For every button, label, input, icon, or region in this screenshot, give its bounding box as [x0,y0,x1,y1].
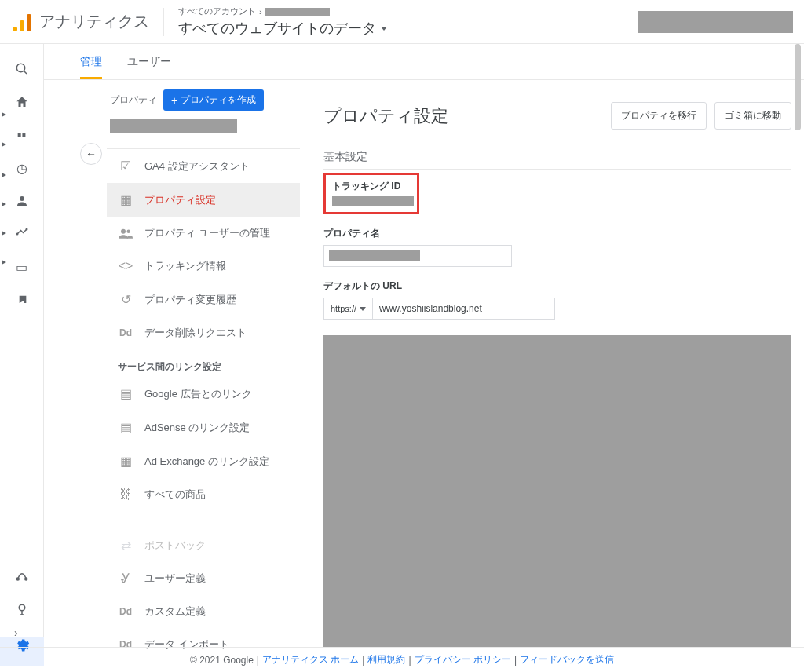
svg-point-7 [19,604,25,611]
content-area: 管理 ユーザー ← プロパティ + プロパティを作成 ☑ GA4 設定アシスタン… [44,44,804,647]
content-redacted-block [323,335,791,647]
user-info-redacted[interactable] [638,11,793,33]
footer-link-home[interactable]: アナリティクス ホーム [262,653,359,667]
layout-icon: ▦ [118,192,133,207]
search-icon[interactable] [14,61,30,77]
footer-link-terms[interactable]: 利用規約 [367,653,405,667]
dd-icon: Dd [118,327,133,338]
svg-point-11 [127,230,131,234]
svg-point-3 [16,233,18,235]
menu-property-users[interactable]: プロパティ ユーザーの管理 [107,217,300,250]
app-header: アナリティクス すべてのアカウント › すべてのウェブサイトのデータ [0,0,804,44]
menu-change-history[interactable]: ↺ プロパティ変更履歴 [107,283,300,316]
default-url-label: デフォルトの URL [323,279,791,293]
chevron-down-icon [360,307,366,311]
branch-icon: Ꮍ [118,572,133,586]
postback-icon: ⇄ [118,538,133,553]
property-heading: プロパティ [110,93,157,107]
attribution-icon[interactable] [15,568,29,597]
property-name-label: プロパティ名 [323,227,791,240]
home-icon[interactable] [14,94,30,110]
divider [163,8,164,36]
analytics-logo-icon [13,13,31,31]
tracking-id-value-redacted [332,196,414,206]
history-icon: ↺ [118,292,133,307]
left-nav-rail: ▪▪ ▸ ◷ ▸ ▸ ▸ ▭ ▸ ▸ [0,44,44,647]
all-accounts-label: すべてのアカウント [178,5,256,17]
svg-point-0 [16,64,25,72]
menu-custom-def[interactable]: Dd カスタム定義 [107,595,300,628]
menu-tracking-info[interactable]: <> トラッキング情報 [107,250,300,283]
move-to-trash-button[interactable]: ゴミ箱に移動 [714,102,791,130]
property-selector-redacted[interactable] [110,119,237,133]
menu-all-products[interactable]: ⛓ すべての商品 [107,478,300,511]
realtime-icon[interactable]: ◷ [14,160,30,176]
menu-property-settings[interactable]: ▦ プロパティ設定 [107,183,300,217]
scrollbar-thumb[interactable] [795,44,801,130]
dd-icon: Dd [118,606,133,617]
menu-user-def[interactable]: Ꮍ ユーザー定義 [107,562,300,595]
admin-tabs: 管理 ユーザー [44,44,804,80]
menu-postback[interactable]: ⇄ ポストバック [107,528,300,562]
expand-rail-button[interactable]: › [14,626,18,639]
users-icon [118,228,133,239]
svg-line-1 [24,71,27,74]
doc-icon: ▤ [118,386,133,401]
footer-link-feedback[interactable]: フィードバックを送信 [520,653,614,667]
menu-adsense-link[interactable]: ▤ AdSense のリンク設定 [107,411,300,444]
footer: © 2021 Google | アナリティクス ホーム | 利用規約 | プライ… [0,647,804,672]
svg-point-6 [25,578,27,580]
tracking-id-highlight: トラッキング ID [323,173,419,214]
svg-point-2 [20,196,24,201]
menu-delete-request[interactable]: Dd データ削除リクエスト [107,316,300,349]
svg-point-4 [26,228,27,230]
svg-point-5 [16,578,19,580]
link-icon: ⛓ [118,488,133,502]
default-url-input[interactable]: www.yoshiislandblog.net [373,298,555,320]
layout-icon: ▦ [118,454,133,469]
acquisition-icon[interactable] [14,226,30,242]
checkbox-icon: ☑ [118,159,133,173]
audience-icon[interactable] [14,193,30,209]
create-property-button[interactable]: + プロパティを作成 [163,89,264,111]
basic-settings-heading: 基本設定 [323,142,791,170]
form-area: プロパティ設定 プロパティを移行 ゴミ箱に移動 基本設定 トラッキング ID プ… [323,80,804,647]
property-name-input[interactable] [323,245,512,267]
tab-users[interactable]: ユーザー [127,44,171,79]
account-name-redacted [265,8,330,16]
footer-link-privacy[interactable]: プライバシー ポリシー [415,653,511,667]
menu-ga4-assistant[interactable]: ☑ GA4 設定アシスタント [107,149,300,183]
section-link-heading: サービス間のリンク設定 [107,349,300,377]
tracking-id-label: トラッキング ID [332,180,411,193]
chevron-down-icon [381,27,387,31]
property-menu: ☑ GA4 設定アシスタント ▦ プロパティ設定 プロパティ ユーザーの管理 <… [107,149,300,661]
protocol-select[interactable]: https:// [323,298,373,320]
copyright: © 2021 Google [190,655,254,666]
plus-icon: + [171,95,177,106]
conversions-icon[interactable] [14,292,30,308]
app-title: アナリティクス [39,11,149,32]
menu-adexchange-link[interactable]: ▦ Ad Exchange のリンク設定 [107,444,300,478]
property-name-value-redacted [329,250,420,261]
move-property-button[interactable]: プロパティを移行 [611,102,707,130]
behavior-icon[interactable]: ▭ [14,259,30,275]
page-title: プロパティ設定 [323,104,448,128]
account-selector[interactable]: すべてのアカウント › すべてのウェブサイトのデータ [178,5,387,38]
tab-admin[interactable]: 管理 [80,44,102,79]
menu-ads-link[interactable]: ▤ Google 広告とのリンク [107,377,300,411]
view-title: すべてのウェブサイトのデータ [178,19,376,38]
svg-point-10 [121,229,126,234]
collapse-column-button[interactable]: ← [80,143,102,165]
reports-icon[interactable]: ▪▪ [14,127,30,143]
logo-block[interactable]: アナリティクス [13,11,149,32]
doc-icon: ▤ [118,420,133,435]
code-icon: <> [118,259,133,273]
property-column: プロパティ + プロパティを作成 ☑ GA4 設定アシスタント ▦ プロパティ設… [107,80,300,647]
